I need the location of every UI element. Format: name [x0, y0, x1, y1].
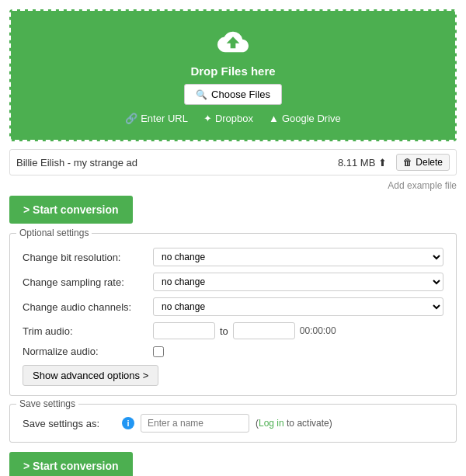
page-wrapper: Drop Files here 🔍 Choose Files 🔗 Enter U… [0, 0, 466, 476]
save-name-input[interactable] [141, 414, 249, 433]
sampling-rate-label: Change sampling rate: [23, 276, 147, 288]
save-settings-label: Save settings as: [23, 418, 116, 429]
file-row: Billie Eilish - my strange ad 8.11 MB ⬆ … [9, 149, 457, 175]
google-drive-link[interactable]: ▲ Google Drive [269, 113, 341, 124]
save-settings-legend: Save settings [16, 398, 78, 409]
upload-icon [217, 26, 249, 60]
normalize-audio-label: Normalize audio: [23, 346, 147, 357]
choose-files-button[interactable]: 🔍 Choose Files [184, 84, 282, 105]
delete-button[interactable]: 🗑 Delete [396, 154, 450, 171]
start-conversion-button-2[interactable]: > Start conversion [9, 452, 133, 476]
trim-time-display: 00:00:00 [300, 325, 336, 336]
audio-channels-label: Change audio channels: [23, 301, 147, 313]
settings-grid: Change bit resolution: no change Change … [23, 248, 443, 357]
bit-resolution-label: Change bit resolution: [23, 252, 147, 263]
upload-arrow-icon: ⬆ [378, 157, 387, 169]
optional-settings-box: Optional settings Change bit resolution:… [9, 233, 457, 396]
dropbox-link[interactable]: ✦ Dropbox [203, 113, 253, 124]
example-row: Add example file [9, 180, 457, 191]
trim-end-input[interactable] [233, 322, 295, 339]
optional-settings-legend: Optional settings [16, 228, 92, 238]
audio-channels-select[interactable]: no change [153, 297, 443, 316]
search-icon: 🔍 [196, 89, 207, 100]
trim-start-input[interactable] [153, 322, 215, 339]
trim-row: to 00:00:00 [153, 322, 443, 339]
trim-to-text: to [220, 325, 228, 337]
bit-resolution-select[interactable]: no change [153, 248, 443, 266]
save-row: Save settings as: i (Log in to activate) [23, 414, 443, 433]
start-conversion-label-1: > Start conversion [23, 203, 119, 216]
file-name: Billie Eilish - my strange ad [16, 157, 329, 169]
save-settings-box: Save settings Save settings as: i (Log i… [9, 404, 457, 443]
dropbox-icon: ✦ [203, 113, 212, 124]
start-conversion-button-1[interactable]: > Start conversion [9, 196, 133, 224]
google-drive-icon: ▲ [269, 113, 279, 124]
login-text: (Log in to activate) [256, 418, 332, 429]
trash-icon: 🗑 [403, 157, 412, 168]
trim-audio-label: Trim audio: [23, 325, 147, 337]
normalize-checkbox[interactable] [153, 346, 164, 357]
links-row: 🔗 Enter URL ✦ Dropbox ▲ Google Drive [19, 113, 447, 124]
show-advanced-button[interactable]: Show advanced options > [23, 365, 158, 386]
add-example-link[interactable]: Add example file [388, 180, 457, 191]
show-advanced-label: Show advanced options > [33, 370, 148, 381]
link-icon: 🔗 [125, 113, 137, 124]
start-conversion-label-2: > Start conversion [23, 460, 119, 472]
drop-text: Drop Files here [19, 64, 447, 78]
drop-zone[interactable]: Drop Files here 🔍 Choose Files 🔗 Enter U… [9, 9, 457, 141]
login-link[interactable]: Log in [259, 418, 284, 429]
file-size: 8.11 MB ⬆ [338, 157, 387, 169]
sampling-rate-select[interactable]: no change [153, 273, 443, 291]
choose-files-label: Choose Files [211, 89, 270, 100]
info-icon[interactable]: i [122, 417, 134, 429]
enter-url-link[interactable]: 🔗 Enter URL [125, 113, 188, 124]
